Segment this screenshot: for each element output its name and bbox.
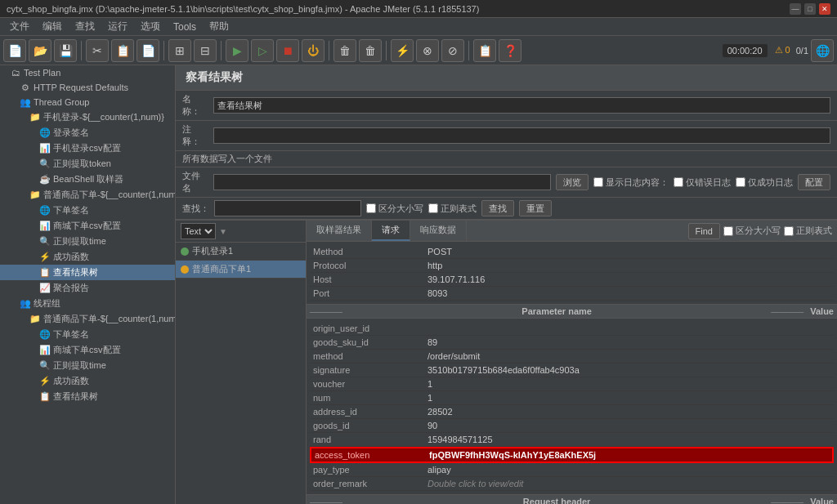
find-regex-checkbox[interactable] — [784, 226, 794, 236]
alert-icon: ⚠ 0 — [775, 45, 790, 56]
tb-sep6 — [468, 41, 469, 60]
tree-item-agg-report[interactable]: 📈 聚合报告 — [0, 280, 175, 296]
tb-remote-start[interactable]: ⚡ — [391, 39, 414, 62]
param-num: num 1 — [310, 391, 834, 405]
minimize-button[interactable]: — — [790, 3, 801, 15]
tree-item-success-func2[interactable]: ⚡ 成功函数 — [0, 373, 175, 389]
find-inline-button[interactable]: Find — [688, 223, 720, 239]
maximize-button[interactable]: □ — [804, 3, 816, 15]
tb-stop[interactable]: ⏹ — [276, 39, 299, 62]
tb-clear[interactable]: 🗑 — [333, 39, 356, 62]
tree-item-mall-csv[interactable]: 📊 商城下单csv配置 — [0, 218, 175, 234]
tb-shutdown[interactable]: ⏻ — [302, 39, 325, 62]
error-checkbox[interactable] — [674, 177, 683, 187]
tree-item-success-func[interactable]: ⚡ 成功函数 — [0, 249, 175, 265]
log-checkbox[interactable] — [593, 177, 603, 187]
close-button[interactable]: ✕ — [819, 3, 830, 15]
param-goods-sku-id: goods_sku_id 89 — [310, 336, 834, 350]
name-field[interactable] — [213, 97, 830, 114]
param-address-id: address_id 28502 — [310, 405, 834, 419]
regex-checkbox[interactable] — [428, 203, 438, 213]
menu-run[interactable]: 运行 — [101, 18, 134, 35]
tb-new[interactable]: 📄 — [3, 39, 26, 62]
tree-item-result-tree2[interactable]: 📋 查看结果树 — [0, 389, 175, 404]
menu-tools[interactable]: Tools — [167, 20, 203, 34]
result-item-mobile-login[interactable]: 手机登录1 — [176, 243, 306, 261]
menu-options[interactable]: 选项 — [134, 18, 167, 35]
tb-cut[interactable]: ✂ — [86, 39, 109, 62]
tree-item-thread-group2[interactable]: 👥 线程组 — [0, 296, 175, 311]
protocol-row: Protocol http — [310, 259, 834, 273]
menu-file[interactable]: 文件 — [3, 18, 36, 35]
menu-find[interactable]: 查找 — [69, 18, 101, 35]
tree-item-normal-goods[interactable]: 📁 普通商品下单-${__counter(1,num)} — [0, 187, 175, 203]
tb-remote-stop[interactable]: ⊗ — [416, 39, 439, 62]
find-button[interactable]: 查找 — [481, 200, 514, 216]
tree-item-normal-goods2[interactable]: 📁 普通商品下单-${__counter(1,num)} — [0, 311, 175, 327]
tree-item-login-sign[interactable]: 🌐 登录签名 — [0, 125, 175, 140]
tree-item-result-tree[interactable]: 📋 查看结果树 — [0, 265, 175, 280]
menu-edit[interactable]: 编辑 — [36, 18, 69, 35]
result-tree2-icon: 📋 — [39, 391, 51, 403]
param-origin-user-id: origin_user_id — [310, 322, 834, 336]
tree-item-regex-token[interactable]: 🔍 正则提取token — [0, 156, 175, 172]
tb-clear-all[interactable]: 🗑 — [359, 39, 382, 62]
reset-button[interactable]: 重置 — [519, 200, 552, 216]
tb-help[interactable]: ❓ — [499, 39, 521, 62]
port-row: Port 8093 — [310, 287, 834, 301]
tb-start[interactable]: ▶ — [226, 39, 248, 62]
find-bar: Find 区分大小写 正则表式 — [683, 221, 837, 241]
main-layout: 🗂 Test Plan ⚙ HTTP Request Defaults 👥 Th… — [0, 65, 837, 504]
case-checkbox[interactable] — [366, 203, 376, 213]
result-type-select[interactable]: Text — [181, 223, 216, 239]
tree-item-mall-csv2[interactable]: 📊 商城下单csv配置 — [0, 342, 175, 358]
search-row: 查找： 区分大小写 正则表式 查找 重置 — [176, 198, 837, 220]
browse-button[interactable]: 浏览 — [556, 174, 589, 190]
tree-item-beanshell[interactable]: ☕ BeanShell 取样器 — [0, 172, 175, 187]
error-checkbox-label: 仅错误日志 — [674, 176, 731, 189]
tb-remote-shutdown[interactable]: ⊘ — [441, 39, 464, 62]
result-tree-header: Text ▼ — [176, 221, 306, 243]
tree-item-regex-time[interactable]: 🔍 正则提取time — [0, 234, 175, 249]
tb-start-nopause[interactable]: ▷ — [251, 39, 274, 62]
find-case-label: 区分大小写 — [723, 225, 781, 237]
tb-sep3 — [221, 41, 222, 60]
tb-collapse[interactable]: ⊟ — [194, 39, 217, 62]
find-case-checkbox[interactable] — [723, 226, 733, 236]
tree-item-order-sign2[interactable]: 🌐 下单签名 — [0, 327, 175, 342]
comment-field[interactable] — [213, 127, 830, 144]
tree-item-login-csv[interactable]: 📊 手机登录csv配置 — [0, 140, 175, 156]
menubar: 文件 编辑 查找 运行 选项 Tools 帮助 — [0, 18, 837, 36]
tree-item-test-plan[interactable]: 🗂 Test Plan — [0, 65, 175, 80]
tb-sep2 — [163, 41, 164, 60]
tb-copy[interactable]: 📋 — [111, 39, 134, 62]
search-input[interactable] — [214, 200, 361, 216]
param-signature: signature 3510b0179715b684eda6f0ffab4c90… — [310, 364, 834, 377]
tab-sampler-result[interactable]: 取样器结果 — [307, 221, 372, 241]
tree-item-mobile-login[interactable]: 📁 手机登录-${__counter(1,num)} — [0, 109, 175, 125]
file-input[interactable] — [213, 174, 551, 190]
result-tree-icon: 📋 — [39, 267, 51, 279]
tab-request[interactable]: 请求 — [372, 221, 410, 241]
tree-item-order-sign[interactable]: 🌐 下单签名 — [0, 203, 175, 218]
param-voucher: voucher 1 — [310, 377, 834, 391]
tab-response[interactable]: 响应数据 — [410, 221, 467, 241]
tb-expand[interactable]: ⊞ — [168, 39, 191, 62]
menu-help[interactable]: 帮助 — [203, 18, 235, 35]
panel-title: 察看结果树 — [176, 65, 837, 91]
params-section-header: ———— Parameter name ———— Value — [307, 304, 837, 319]
tree-item-http-defaults[interactable]: ⚙ HTTP Request Defaults — [0, 80, 175, 95]
tb-save[interactable]: 💾 — [54, 39, 77, 62]
window-controls: — □ ✕ — [790, 3, 830, 15]
tb-remote-engine[interactable]: 🌐 — [811, 39, 834, 62]
config-button[interactable]: 配置 — [798, 174, 830, 190]
result-item-normal-order[interactable]: 普通商品下单1 — [176, 261, 306, 279]
detail-pane: 取样器结果 请求 响应数据 Find 区分大小写 正则表式 — [307, 221, 837, 504]
tb-templates[interactable]: 📋 — [473, 39, 496, 62]
tb-paste[interactable]: 📄 — [137, 39, 159, 62]
tree-item-regex-time2[interactable]: 🔍 正则提取time — [0, 358, 175, 373]
params-title-left: Parameter name — [349, 306, 764, 316]
tb-open[interactable]: 📂 — [29, 39, 51, 62]
tree-item-thread-group[interactable]: 👥 Thread Group — [0, 95, 175, 109]
success-checkbox[interactable] — [736, 177, 745, 187]
